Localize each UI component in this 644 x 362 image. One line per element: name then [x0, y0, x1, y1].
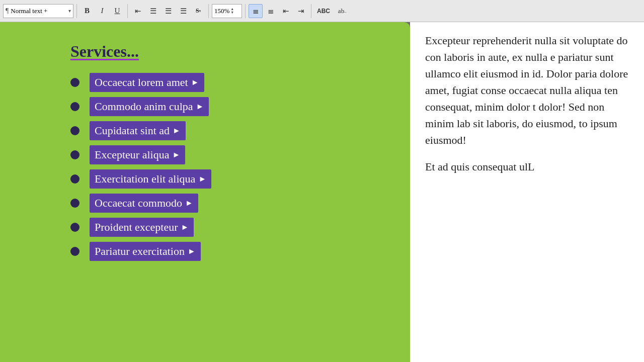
ab-icon: ab — [338, 7, 344, 15]
separator-2 — [127, 4, 128, 18]
list-item-label: Commodo anim culpa — [95, 100, 193, 113]
list-item-tag[interactable]: Proident excepteur ► — [90, 218, 194, 237]
list-item: Pariatur exercitation ► — [70, 242, 380, 261]
unordered-list-button[interactable]: ≣ — [249, 4, 263, 18]
list-item-tag[interactable]: Commodo anim culpa ► — [90, 97, 209, 116]
bullet-dot — [70, 150, 79, 159]
content-area: Services... Occaecat lorem amet ► Commod… — [0, 22, 644, 362]
zoom-value: 150% — [214, 7, 229, 15]
style-label: Normal text + — [11, 7, 47, 15]
italic-button[interactable]: I — [95, 4, 109, 18]
list-item-label: Occaecat lorem amet — [95, 76, 188, 89]
bullet-dot — [70, 199, 79, 208]
list-item-tag[interactable]: Excepteur aliqua ► — [90, 145, 185, 164]
arrow-icon: ► — [173, 126, 181, 135]
document-panel: Services... Occaecat lorem amet ► Commod… — [0, 22, 410, 362]
list-item: Cupidatat sint ad ► — [70, 121, 380, 140]
bullet-dot — [70, 223, 79, 232]
bullet-dot — [70, 126, 79, 135]
toolbar: ¶ Normal text + ▾ B I U ⇤ ☰ ☰ ☰ S s 150%… — [0, 0, 644, 22]
align-left-button[interactable]: ⇤ — [131, 4, 145, 18]
separator-5 — [311, 4, 311, 18]
style-ab-button[interactable]: ab _ — [334, 4, 351, 18]
arrow-icon: ► — [196, 102, 204, 111]
style-dropdown[interactable]: ¶ Normal text + ▾ — [3, 4, 73, 18]
arrow-icon: ► — [191, 78, 199, 87]
separator-3 — [208, 4, 209, 18]
zoom-control[interactable]: 150% ▲ ▼ — [212, 4, 242, 18]
indent-increase-button[interactable]: ⇥ — [294, 4, 308, 18]
separator-4 — [245, 4, 246, 18]
ordered-list-button[interactable]: ≣ — [264, 4, 278, 18]
text-panel: Excepteur reprehenderit nulla sit volupt… — [410, 22, 644, 362]
zoom-stepper[interactable]: ▲ ▼ — [230, 4, 234, 18]
list-item: Commodo anim culpa ► — [70, 97, 380, 116]
list-item-label: Excepteur aliqua — [95, 148, 169, 161]
arrow-icon: ► — [185, 199, 193, 208]
list-item-label: Proident excepteur — [95, 221, 178, 234]
bullet-dot — [70, 102, 79, 111]
arrow-icon: ► — [181, 223, 189, 232]
services-list: Occaecat lorem amet ► Commodo anim culpa… — [70, 73, 380, 261]
list-item-tag[interactable]: Cupidatat sint ad ► — [90, 121, 186, 140]
paragraph-2: Et ad quis consequat ulL — [425, 158, 634, 175]
list-item-tag[interactable]: Occaecat lorem amet ► — [90, 73, 204, 92]
align-justify-button[interactable]: ☰ — [176, 4, 190, 18]
list-item-tag[interactable]: Exercitation elit aliqua ► — [90, 169, 211, 189]
align-right-button[interactable]: ☰ — [161, 4, 175, 18]
list-item-label: Pariatur exercitation — [95, 245, 185, 258]
list-item: Proident excepteur ► — [70, 218, 380, 237]
list-item: Excepteur aliqua ► — [70, 145, 380, 164]
list-item: Occaecat commodo ► — [70, 194, 380, 213]
list-item: Occaecat lorem amet ► — [70, 73, 380, 92]
arrow-icon: ► — [188, 247, 196, 256]
align-center-button[interactable]: ☰ — [146, 4, 160, 18]
underline-button[interactable]: U — [110, 4, 124, 18]
list-item-label: Occaecat commodo — [95, 197, 182, 210]
bullet-dot — [70, 247, 79, 256]
chevron-down-icon: ▾ — [68, 8, 71, 14]
separator-1 — [76, 4, 77, 18]
paragraph-1: Excepteur reprehenderit nulla sit volupt… — [425, 32, 634, 148]
spell-check-button[interactable]: ABC — [314, 4, 333, 18]
bold-button[interactable]: B — [80, 4, 94, 18]
arrow-icon: ► — [198, 174, 206, 184]
list-item-tag[interactable]: Occaecat commodo ► — [90, 194, 198, 213]
bullet-dot — [70, 78, 79, 87]
list-item-label: Exercitation elit aliqua — [95, 172, 195, 186]
paragraph-icon: ¶ — [6, 7, 9, 15]
abc-icon: ABC — [317, 8, 330, 15]
arrow-icon: ► — [172, 150, 180, 159]
zoom-down-icon[interactable]: ▼ — [230, 11, 234, 15]
list-item: Exercitation elit aliqua ► — [70, 169, 380, 189]
services-title: Services... — [70, 42, 380, 61]
bullet-dot — [70, 174, 79, 184]
list-item-tag[interactable]: Pariatur exercitation ► — [90, 242, 201, 261]
list-item-label: Cupidatat sint ad — [95, 124, 170, 137]
indent-decrease-button[interactable]: ⇤ — [279, 4, 293, 18]
strikethrough-button[interactable]: S s — [191, 4, 205, 18]
